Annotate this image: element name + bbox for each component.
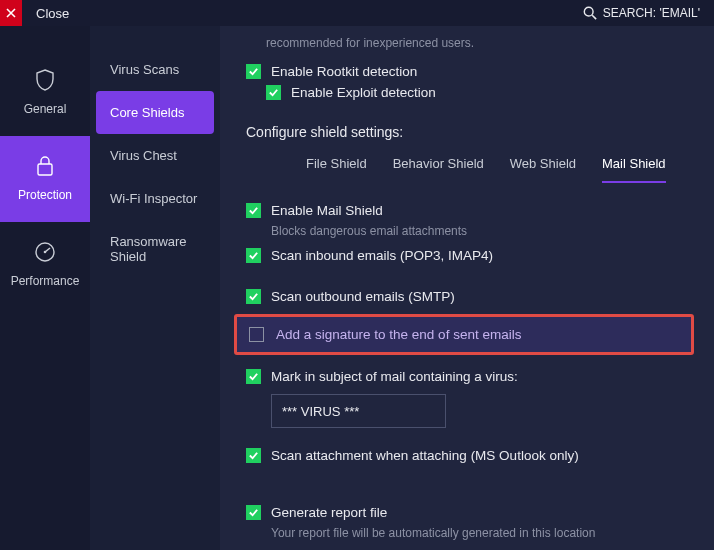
checkbox-mark-subject[interactable] — [246, 369, 261, 384]
label-generate-report: Generate report file — [271, 505, 387, 520]
search-label: SEARCH: 'EMAIL' — [603, 6, 700, 20]
menu-virus-scans[interactable]: Virus Scans — [96, 48, 214, 91]
svg-point-3 — [44, 251, 47, 254]
shield-tabs: File Shield Behavior Shield Web Shield M… — [306, 156, 694, 183]
shield-icon — [33, 68, 57, 92]
tab-mail-shield[interactable]: Mail Shield — [602, 156, 666, 183]
label-exploit: Enable Exploit detection — [291, 85, 436, 100]
sub-enable-mail: Blocks dangerous email attachments — [271, 224, 694, 238]
row-enable-mail[interactable]: Enable Mail Shield — [246, 203, 694, 218]
checkbox-enable-mail[interactable] — [246, 203, 261, 218]
rail-label: General — [24, 102, 67, 116]
topbar: Close SEARCH: 'EMAIL' — [0, 0, 714, 26]
row-generate-report[interactable]: Generate report file — [246, 505, 694, 520]
rail-label: Protection — [18, 188, 72, 202]
row-exploit[interactable]: Enable Exploit detection — [266, 85, 694, 100]
checkbox-scan-inbound[interactable] — [246, 248, 261, 263]
content-pane: recommended for inexperienced users. Ena… — [220, 26, 714, 550]
label-scan-attachment: Scan attachment when attaching (MS Outlo… — [271, 448, 579, 463]
hint-text: recommended for inexperienced users. — [266, 36, 694, 50]
close-icon — [6, 8, 16, 18]
checkbox-rootkit[interactable] — [246, 64, 261, 79]
label-scan-inbound: Scan inbound emails (POP3, IMAP4) — [271, 248, 493, 263]
menu-virus-chest[interactable]: Virus Chest — [96, 134, 214, 177]
menu-core-shields[interactable]: Core Shields — [96, 91, 214, 134]
rail-label: Performance — [11, 274, 80, 288]
rail-performance[interactable]: Performance — [0, 222, 90, 308]
sub-generate-report: Your report file will be automatically g… — [271, 526, 694, 540]
checkbox-scan-attachment[interactable] — [246, 448, 261, 463]
tab-file-shield[interactable]: File Shield — [306, 156, 367, 183]
tab-web-shield[interactable]: Web Shield — [510, 156, 576, 183]
gauge-icon — [33, 240, 57, 264]
section-heading: Configure shield settings: — [246, 124, 694, 140]
label-add-signature: Add a signature to the end of sent email… — [276, 327, 521, 342]
menu-wifi-inspector[interactable]: Wi-Fi Inspector — [96, 177, 214, 220]
row-scan-attachment[interactable]: Scan attachment when attaching (MS Outlo… — [246, 448, 694, 463]
svg-rect-1 — [38, 164, 52, 175]
checkbox-generate-report[interactable] — [246, 505, 261, 520]
label-enable-mail: Enable Mail Shield — [271, 203, 383, 218]
row-mark-subject[interactable]: Mark in subject of mail containing a vir… — [246, 369, 694, 384]
row-add-signature[interactable]: Add a signature to the end of sent email… — [234, 314, 694, 355]
rail-protection[interactable]: Protection — [0, 136, 90, 222]
label-mark-subject: Mark in subject of mail containing a vir… — [271, 369, 518, 384]
submenu: Virus Scans Core Shields Virus Chest Wi-… — [90, 26, 220, 550]
search-icon — [583, 6, 597, 20]
row-scan-outbound[interactable]: Scan outbound emails (SMTP) — [246, 289, 694, 304]
svg-point-0 — [584, 7, 593, 16]
tab-behavior-shield[interactable]: Behavior Shield — [393, 156, 484, 183]
lock-icon — [33, 154, 57, 178]
menu-ransomware-shield[interactable]: Ransomware Shield — [96, 220, 214, 278]
close-label: Close — [36, 6, 69, 21]
close-button[interactable] — [0, 0, 22, 26]
nav-rail: General Protection Performance — [0, 26, 90, 550]
search-area[interactable]: SEARCH: 'EMAIL' — [583, 6, 714, 20]
virus-tag-input[interactable] — [271, 394, 446, 428]
checkbox-exploit[interactable] — [266, 85, 281, 100]
label-rootkit: Enable Rootkit detection — [271, 64, 417, 79]
label-scan-outbound: Scan outbound emails (SMTP) — [271, 289, 455, 304]
checkbox-scan-outbound[interactable] — [246, 289, 261, 304]
rail-general[interactable]: General — [0, 50, 90, 136]
checkbox-add-signature[interactable] — [249, 327, 264, 342]
row-rootkit[interactable]: Enable Rootkit detection — [246, 64, 694, 79]
row-scan-inbound[interactable]: Scan inbound emails (POP3, IMAP4) — [246, 248, 694, 263]
